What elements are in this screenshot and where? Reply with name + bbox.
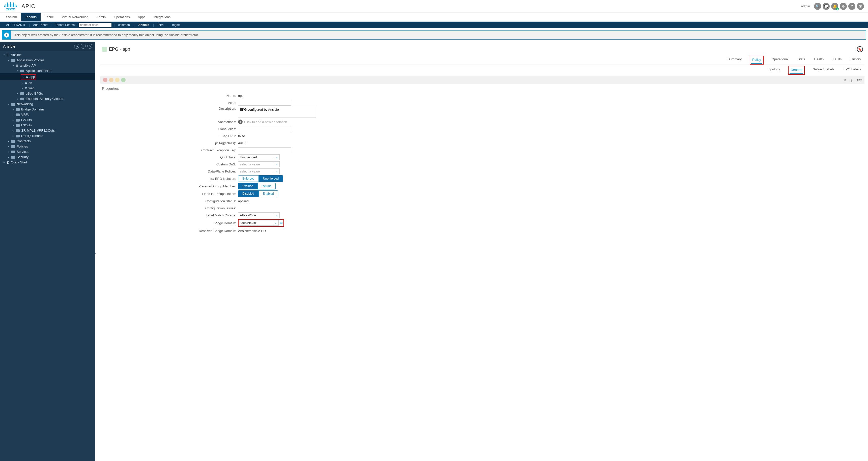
iso-toggle[interactable]: EnforcedUnenforced: [238, 175, 283, 182]
tabs2-subject-labels[interactable]: Subject Labels: [812, 66, 835, 75]
tree-node-dot1q-tunnels[interactable]: ▸Dot1Q Tunnels: [0, 133, 95, 139]
tg-pgm-exclude[interactable]: Exclude: [238, 183, 257, 189]
lmc-select[interactable]: AtleastOne⌄: [238, 212, 280, 218]
tg-iso-unenforced[interactable]: Unenforced: [259, 175, 283, 182]
fault-major-icon[interactable]: [109, 78, 114, 82]
flood-toggle[interactable]: DisabledEnabled: [238, 190, 278, 197]
tree-node-web[interactable]: ▸web: [0, 86, 95, 91]
refresh-icon[interactable]: ⟳: [844, 78, 846, 82]
tree-node-db[interactable]: ▸db: [0, 80, 95, 86]
fault-minor-icon[interactable]: [115, 78, 120, 82]
tabs1-history[interactable]: History: [850, 56, 862, 65]
desc-input[interactable]: [238, 107, 316, 118]
bell-icon[interactable]: 🔔: [831, 3, 838, 10]
tree-node-application-epgs[interactable]: ▾Application EPGs: [0, 68, 95, 73]
tree-node-ansible-ap[interactable]: ▾⊕ansible-AP: [0, 63, 95, 68]
tree-node-quick-start[interactable]: ▸◐Quick Start: [0, 160, 95, 165]
nav-tab-system[interactable]: System: [2, 12, 21, 22]
tg-pgm-include[interactable]: Include: [257, 183, 276, 189]
banner-text: This object was created by the Ansible o…: [11, 31, 202, 39]
nav-tab-fabric[interactable]: Fabric: [40, 12, 58, 22]
fault-warning-icon[interactable]: [121, 78, 126, 82]
tg-flood-disabled[interactable]: Disabled: [238, 190, 258, 197]
val-rbd: Ansible/ansible-BD: [238, 229, 266, 233]
sidebar-action-2[interactable]: ≡: [81, 43, 86, 49]
tabs2-epg-labels[interactable]: EPG Labels: [842, 66, 862, 75]
tree-node-vrfs[interactable]: ▸VRFs: [0, 112, 95, 117]
tabs1-faults[interactable]: Faults: [832, 56, 842, 65]
val-useg: false: [238, 134, 245, 138]
open-link-icon[interactable]: ⧉: [280, 221, 282, 225]
chevron-down-icon: ⌄: [274, 155, 278, 159]
cqos-select[interactable]: select a value⌄: [238, 161, 280, 167]
nav-tab-integrations[interactable]: Integrations: [149, 12, 175, 22]
tenant-link-common[interactable]: common: [115, 23, 133, 27]
lbl-cissue: Configuration Issues:: [102, 206, 238, 210]
tree-node-l3outs[interactable]: ▸L3Outs: [0, 123, 95, 128]
tabs1-policy[interactable]: Policy: [751, 56, 762, 64]
tree-node-security[interactable]: ▸Security: [0, 154, 95, 160]
download-icon[interactable]: ⭳: [850, 78, 854, 82]
nav-tab-tenants[interactable]: Tenants: [21, 12, 40, 22]
nav-tab-apps[interactable]: Apps: [134, 12, 150, 22]
tree-node-useg-epgs[interactable]: ▸uSeg EPGs: [0, 91, 95, 96]
tree-node-endpoint-security-groups[interactable]: ▸Endpoint Security Groups: [0, 96, 95, 101]
cisco-logo: CISCO: [4, 1, 17, 11]
nav-tab-virtual-networking[interactable]: Virtual Networking: [58, 12, 92, 22]
username[interactable]: admin: [801, 4, 810, 8]
tenant-search-label: Tenant Search:: [52, 23, 79, 27]
tabs2-general[interactable]: General: [789, 66, 803, 74]
tenant-link-infra[interactable]: infra: [155, 23, 167, 27]
bd-select[interactable]: ansible-BD⌄: [240, 220, 279, 226]
tg-iso-enforced[interactable]: Enforced: [238, 175, 259, 182]
nav-tab-operations[interactable]: Operations: [110, 12, 134, 22]
tree-node-policies[interactable]: ▸Policies: [0, 144, 95, 149]
nav-tab-admin[interactable]: Admin: [92, 12, 110, 22]
tabs1-health[interactable]: Health: [813, 56, 825, 65]
tree-node-contracts[interactable]: ▸Contracts: [0, 139, 95, 144]
ann-placeholder[interactable]: Click to add a new annotation: [244, 120, 287, 124]
add-tenant-link[interactable]: Add Tenant: [30, 23, 52, 27]
tabs1-summary[interactable]: Summary: [726, 56, 743, 65]
properties-heading: Properties: [102, 86, 863, 91]
tree-node-services[interactable]: ▸Services: [0, 149, 95, 154]
tree-node-bridge-domains[interactable]: ▸Bridge Domains: [0, 107, 95, 112]
tree-node-application-profiles[interactable]: ▾Application Profiles: [0, 58, 95, 63]
feedback-icon[interactable]: 💬: [823, 3, 830, 10]
pgm-toggle[interactable]: ExcludeInclude: [238, 183, 276, 189]
tenant-search-input[interactable]: [79, 23, 112, 27]
sidebar-action-3[interactable]: ⊙: [87, 43, 92, 49]
all-tenants-link[interactable]: ALL TENANTS: [3, 23, 29, 27]
tenant-link-mgmt[interactable]: mgmt: [169, 23, 183, 27]
tree-node-app[interactable]: ▸app: [0, 73, 95, 80]
apps-icon[interactable]: ▣: [857, 3, 864, 10]
subnav: ALL TENANTS | Add Tenant | Tenant Search…: [0, 22, 868, 28]
global-alias-input[interactable]: [238, 126, 291, 132]
search-icon[interactable]: 🔍: [814, 3, 821, 10]
cet-input[interactable]: [238, 147, 291, 153]
tabs2-topology[interactable]: Topology: [766, 66, 781, 75]
dpp-select[interactable]: select a value⌄: [238, 168, 280, 174]
fault-critical-icon[interactable]: [103, 78, 107, 82]
tenant-link-ansible[interactable]: Ansible: [135, 23, 152, 27]
lbl-pctag: pcTag(sclass):: [102, 141, 238, 145]
tree-node-l2outs[interactable]: ▸L2Outs: [0, 117, 95, 123]
tools-icon[interactable]: 🛠▾: [857, 78, 862, 82]
gear-icon[interactable]: ⚙: [840, 3, 847, 10]
add-annotation-icon[interactable]: +: [238, 120, 243, 124]
lbl-dpp: Data-Plane Policer:: [102, 170, 238, 173]
tree-node-networking[interactable]: ▾Networking: [0, 101, 95, 107]
bookmark-icon[interactable]: 🔖: [857, 46, 863, 52]
shield-icon: [102, 47, 107, 52]
tabs1-operational[interactable]: Operational: [771, 56, 789, 65]
tabs1-stats[interactable]: Stats: [797, 56, 806, 65]
splitter[interactable]: [95, 41, 97, 461]
sidebar-action-1[interactable]: ⟲: [74, 43, 79, 49]
alias-input[interactable]: [238, 100, 291, 106]
help-icon[interactable]: ?: [848, 3, 856, 10]
lbl-desc: Description:: [102, 107, 238, 111]
tree-node-ansible[interactable]: ▾⊞Ansible: [0, 52, 95, 58]
qos-select[interactable]: Unspecified⌄: [238, 154, 280, 160]
tree-node-sr-mpls-vrf-l3outs[interactable]: ▸SR-MPLS VRF L3Outs: [0, 128, 95, 133]
tg-flood-enabled[interactable]: Enabled: [258, 190, 278, 197]
